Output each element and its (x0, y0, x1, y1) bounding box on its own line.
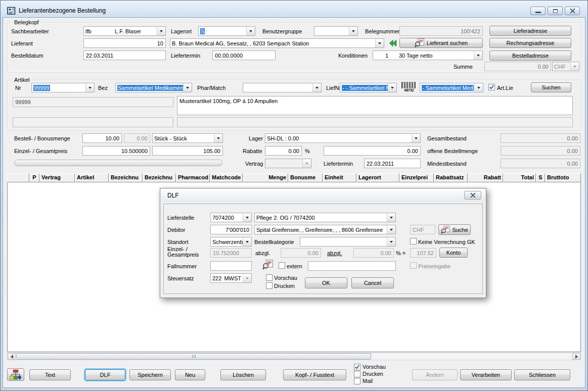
column-header-pharmacod[interactable]: Pharmacod (176, 173, 210, 182)
window-titlebar[interactable]: Lieferantenbezogene Bestellung (1, 1, 587, 17)
column-header-p[interactable]: P (29, 173, 39, 182)
bestelldatum-field[interactable]: 22.03.2011 (83, 51, 166, 60)
chevron-down-icon[interactable] (349, 27, 357, 35)
lieferant-nummer-field[interactable]: 10 (83, 38, 166, 48)
lieferant-adresse-combo[interactable]: B. Braun Medical AG, Seesatz, , 6203 Sem… (170, 38, 384, 48)
chevron-down-icon[interactable] (388, 83, 396, 92)
chevron-down-icon[interactable] (312, 83, 321, 92)
chevron-down-icon[interactable] (387, 213, 395, 222)
chevron-down-icon[interactable] (387, 237, 395, 246)
konditionen-combo[interactable]: 130 Tage netto (373, 51, 483, 60)
suche-button[interactable]: Suche (438, 224, 471, 235)
liefnr2-combo[interactable]: - Sammelartikel Med (420, 83, 483, 92)
phar-match-combo[interactable] (243, 83, 322, 92)
chevron-down-icon[interactable] (412, 134, 420, 142)
lieferant-suchen-button[interactable]: Lieferant suchen (399, 38, 483, 48)
column-header-bezeichnu-2[interactable]: Bezeichnu (143, 173, 176, 182)
bez-combo[interactable]: Sammelartikel Medikamente (115, 83, 192, 92)
scroll-right-button[interactable] (572, 353, 580, 360)
close-button[interactable] (565, 7, 580, 15)
bestellmenge-field[interactable]: 10.00 (82, 133, 122, 143)
sachbearbeiter-combo[interactable]: lfbL.F. Blaser (83, 26, 166, 36)
chevron-down-icon[interactable] (243, 237, 251, 246)
lieferstelle-code-combo[interactable]: 7074200 (210, 213, 252, 222)
chevron-down-icon[interactable] (243, 213, 251, 222)
ok-button[interactable]: OK (305, 277, 347, 288)
fallnummer-field[interactable] (210, 261, 252, 271)
column-header-blank[interactable] (7, 173, 29, 182)
scrollbar-thumb[interactable] (16, 353, 371, 360)
hierarchy-button[interactable] (7, 368, 24, 381)
lagerort-combo[interactable]: S (198, 26, 255, 36)
chevron-down-icon[interactable] (387, 225, 395, 234)
rabatt-prozent-field[interactable]: 0.00 (265, 146, 302, 156)
rabatt-betrag-field[interactable]: 0.00 (324, 146, 421, 156)
artlie-checkbox[interactable] (488, 84, 495, 90)
chevron-down-icon[interactable] (246, 27, 255, 35)
dlf-button[interactable]: DLF (85, 369, 125, 380)
dialog-close-button[interactable] (464, 191, 481, 200)
loeschen-button[interactable]: Löschen (220, 369, 266, 380)
text-button[interactable]: Text (29, 369, 71, 380)
benutzergruppe-combo[interactable] (314, 26, 358, 36)
schliessen-button[interactable]: Schliessen (514, 369, 570, 380)
bestelladresse-button[interactable]: Bestelladresse (489, 51, 571, 61)
dialog-vorschau-checkbox[interactable] (266, 274, 273, 281)
scroll-left-button[interactable] (8, 353, 16, 360)
einheit-combo[interactable]: Stück - Stück (152, 133, 223, 143)
extern-checkbox[interactable] (279, 262, 285, 269)
drucken-checkbox[interactable] (354, 371, 360, 377)
lieferadresse-button[interactable]: Lieferadresse (489, 26, 571, 36)
gesamtpreis-field[interactable]: 105.00 (152, 146, 223, 156)
column-header-bonusme[interactable]: Bonusme (288, 173, 323, 182)
suchen-button[interactable]: Suchen (531, 82, 571, 92)
waehrung-combo[interactable]: CHF (552, 62, 579, 71)
liefnr-combo[interactable]: - - Sammelartikel Me (340, 83, 397, 92)
lieferstelle-name-combo[interactable]: Pflege 2. OG / 7074200 (254, 213, 396, 222)
keine-verrechnung-checkbox[interactable] (410, 238, 417, 245)
column-header-bezeichnu-1[interactable]: Bezeichnu (109, 173, 143, 182)
minimize-button[interactable] (530, 7, 546, 15)
chevron-down-icon[interactable] (85, 83, 94, 92)
einzelpreis-field[interactable]: 10.500000 (82, 146, 150, 156)
column-header-menge[interactable]: Menge (243, 173, 288, 182)
column-header-matchcode[interactable]: Matchcode (210, 173, 243, 182)
column-header-einzelprei[interactable]: Einzelprei (399, 173, 434, 182)
column-header-artikel[interactable]: Artikel (75, 173, 109, 182)
lager-combo[interactable]: SH-DL : 0.00 (265, 133, 421, 143)
extern-field[interactable] (308, 261, 396, 271)
debitor-nummer-field[interactable]: 7'000'010 (210, 225, 252, 234)
dialog-drucken-checkbox[interactable] (266, 282, 273, 289)
column-header-bruttoto[interactable]: Bruttoto (545, 173, 581, 182)
mail-checkbox[interactable] (354, 378, 360, 384)
column-header-rabatt[interactable]: Rabatt (468, 173, 503, 182)
column-header-s[interactable]: S (536, 173, 545, 182)
bestellkategorie-combo[interactable] (300, 237, 396, 247)
vorschau-checkbox[interactable] (354, 364, 360, 370)
fallnummer-search-icon[interactable] (262, 259, 274, 270)
debitor-name-combo[interactable]: Spital Greifensee, , Greifensee, , , 860… (254, 225, 396, 234)
speichern-button[interactable]: Speichern (129, 369, 171, 380)
rechnungsadresse-button[interactable]: Rechnungsadresse (489, 38, 571, 48)
green-arrows-icon[interactable] (388, 39, 397, 47)
chevron-down-icon[interactable] (157, 27, 165, 35)
artikel-nr-combo[interactable]: 99999 (31, 83, 95, 92)
position-scrollbar[interactable] (14, 160, 222, 166)
chevron-down-icon[interactable] (375, 39, 384, 47)
kopf-fusstext-button[interactable]: Kopf- / Fusstext (283, 369, 346, 380)
dialog-titlebar[interactable]: DLF (161, 189, 485, 202)
column-header-rabattsatz[interactable]: Rabattsatz (434, 173, 468, 182)
chevron-down-icon[interactable] (214, 134, 222, 142)
neu-button[interactable]: Neu (175, 369, 205, 380)
column-header-einheit[interactable]: Einheit (323, 173, 356, 182)
chevron-down-icon[interactable] (183, 83, 192, 92)
position-liefertermin-field[interactable]: 22.03.2011 (364, 159, 421, 168)
standort-combo[interactable]: Schwerzenbach (210, 237, 252, 247)
liefertermin-field[interactable]: 00.00.0000 (212, 51, 276, 60)
column-header-vertrag[interactable]: Vertrag (39, 173, 75, 182)
cancel-button[interactable]: Cancel (351, 277, 394, 288)
column-header-total[interactable]: Total (503, 173, 536, 182)
restore-button[interactable] (548, 7, 563, 15)
steuersatz-combo[interactable]: 222MWST (210, 273, 252, 283)
verarbeiten-button[interactable]: Verarbeiten (460, 369, 512, 380)
